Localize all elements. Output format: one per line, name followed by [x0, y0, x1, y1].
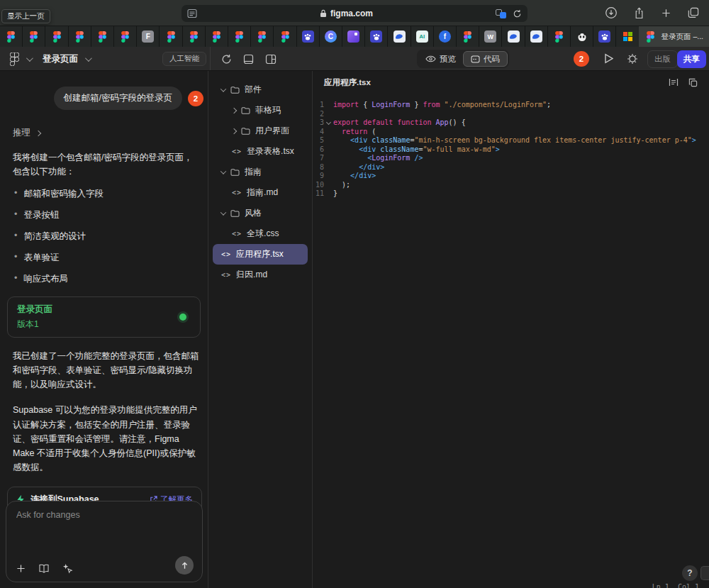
version-card[interactable]: 登录页面 版本1: [7, 296, 201, 338]
browser-tab[interactable]: C: [320, 26, 342, 47]
figma-favicon: [256, 30, 268, 43]
browser-tab[interactable]: [45, 26, 68, 47]
f-blue-favicon: f: [439, 30, 451, 43]
play-icon[interactable]: [604, 53, 613, 64]
figma-logo-icon[interactable]: [10, 52, 19, 66]
browser-tab[interactable]: [206, 26, 228, 47]
browser-tab[interactable]: [160, 26, 182, 47]
url-display[interactable]: figma.com: [197, 9, 496, 18]
browser-tab[interactable]: AI: [411, 26, 434, 47]
browser-tab[interactable]: [23, 26, 45, 47]
browser-tab[interactable]: [548, 26, 571, 47]
browser-tab[interactable]: [342, 26, 365, 47]
browser-tab[interactable]: [616, 26, 639, 47]
tree-item-label: 归因.md: [236, 269, 267, 281]
tree-folder-用户界面[interactable]: 用户界面: [213, 121, 308, 141]
browser-tab[interactable]: [69, 26, 91, 47]
chevron-right-icon[interactable]: [231, 128, 237, 133]
downloads-icon[interactable]: [605, 6, 618, 19]
copy-code-icon[interactable]: [688, 78, 698, 87]
figma-favicon: [119, 30, 131, 43]
browser-tab[interactable]: [91, 26, 114, 47]
translate-icon[interactable]: [496, 9, 506, 18]
fold-chevron-icon: [324, 118, 333, 128]
panel-split-icon[interactable]: [265, 54, 277, 65]
tree-item-label: 风格: [245, 207, 262, 219]
chevron-down-icon[interactable]: [220, 209, 226, 215]
main-menu-chevron-icon[interactable]: [26, 55, 33, 62]
tree-file-登录表格.tsx[interactable]: <>登录表格.tsx: [213, 141, 308, 162]
message-count-badge[interactable]: 2: [188, 91, 203, 106]
code-file-icon: <>: [221, 250, 231, 258]
format-code-icon[interactable]: [669, 78, 679, 87]
ai-sparkle-cursor-icon[interactable]: [62, 563, 73, 574]
browser-tab[interactable]: [525, 26, 548, 47]
browser-tab[interactable]: W: [479, 26, 502, 47]
address-bar[interactable]: figma.com: [182, 5, 527, 22]
reader-icon[interactable]: [187, 9, 197, 18]
restart-icon[interactable]: [221, 54, 232, 65]
library-book-icon[interactable]: [38, 564, 50, 573]
tab-preview[interactable]: 预览: [418, 51, 463, 67]
figma-favicon: [96, 30, 108, 43]
browser-tab[interactable]: [251, 26, 274, 47]
chat-input[interactable]: [16, 510, 192, 553]
browser-tab[interactable]: [365, 26, 388, 47]
file-menu-chevron-icon[interactable]: [85, 55, 92, 62]
send-button[interactable]: [175, 556, 194, 575]
publish-button[interactable]: 出版: [647, 50, 678, 68]
code-line: 11}: [313, 189, 709, 199]
chevron-down-icon[interactable]: [220, 168, 226, 174]
help-button[interactable]: ?: [682, 565, 698, 581]
file-name[interactable]: 登录页面: [43, 53, 78, 65]
notification-badge[interactable]: 2: [574, 51, 589, 67]
browser-tab[interactable]: [114, 26, 137, 47]
fold-chevron-icon: [324, 181, 333, 190]
paw-favicon: [370, 30, 382, 43]
tree-file-指南.md[interactable]: <>指南.md: [213, 182, 308, 203]
tree-file-归因.md[interactable]: <>归因.md: [213, 265, 308, 285]
chat-input-box[interactable]: [6, 501, 203, 582]
browser-tab[interactable]: [183, 26, 206, 47]
share-icon[interactable]: [634, 7, 644, 19]
tree-item-label: 用户界面: [255, 125, 289, 137]
current-version-dot-icon: [179, 314, 186, 321]
reasoning-toggle[interactable]: 推理: [13, 127, 201, 139]
tree-item-label: 菲格玛: [255, 104, 281, 116]
browser-tab[interactable]: F: [137, 26, 160, 47]
tab-code[interactable]: 代码: [463, 51, 508, 67]
browser-tab[interactable]: [388, 26, 411, 47]
fold-chevron-icon: [324, 136, 333, 145]
tree-folder-部件[interactable]: 部件: [213, 79, 308, 100]
browser-tab[interactable]: [297, 26, 320, 47]
reload-icon[interactable]: [513, 9, 522, 18]
browser-tab[interactable]: [457, 26, 479, 47]
chevron-down-icon[interactable]: [220, 86, 226, 91]
browser-tab[interactable]: [571, 26, 593, 47]
browser-tab[interactable]: [0, 26, 23, 47]
tree-file-应用程序.tsx[interactable]: <>应用程序.tsx: [213, 244, 308, 265]
attach-plus-icon[interactable]: [16, 564, 26, 573]
new-tab-icon[interactable]: [661, 8, 671, 18]
paw-favicon: [302, 30, 314, 43]
tab-overview-icon[interactable]: [688, 7, 699, 18]
active-tab[interactable]: 登录页面 –...: [639, 26, 709, 47]
share-button[interactable]: 共享: [677, 50, 706, 68]
tree-folder-菲格玛[interactable]: 菲格玛: [213, 100, 308, 121]
browser-tab[interactable]: f: [434, 26, 457, 47]
toolbar-divider: [210, 47, 211, 70]
browser-tab[interactable]: [502, 26, 525, 47]
browser-tab[interactable]: [274, 26, 296, 47]
tree-folder-风格[interactable]: 风格: [213, 203, 308, 223]
chevron-right-icon[interactable]: [231, 107, 237, 113]
f-grey-favicon: F: [142, 30, 154, 43]
tree-folder-指南[interactable]: 指南: [213, 162, 308, 182]
tree-file-全球.css[interactable]: <>全球.css: [213, 223, 308, 244]
panel-bottom-icon[interactable]: [243, 54, 254, 65]
edge-flyout-partial[interactable]: [700, 566, 709, 580]
settings-gear-icon[interactable]: [627, 53, 638, 65]
code-lines[interactable]: 1import { LoginForm } from "./components…: [313, 101, 709, 199]
browser-tab[interactable]: [228, 26, 251, 47]
browser-tab[interactable]: [593, 26, 616, 47]
figma-favicon: [644, 30, 657, 43]
